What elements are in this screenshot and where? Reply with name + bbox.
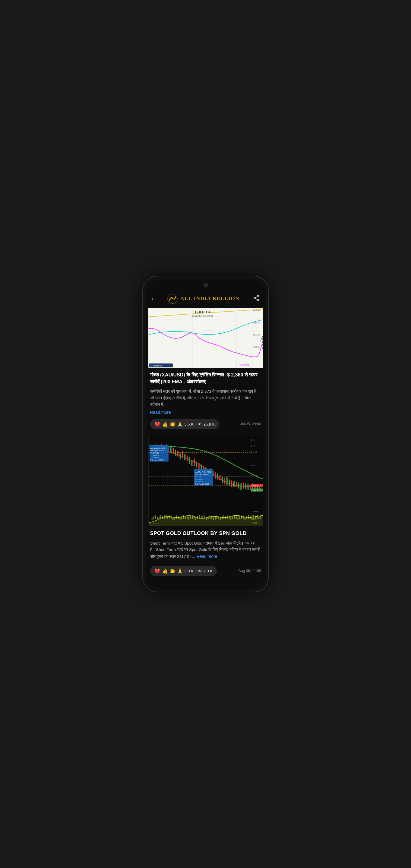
svg-rect-63 (198, 463, 199, 470)
app-logo-icon (167, 293, 178, 304)
svg-rect-81 (240, 484, 241, 490)
svg-rect-141 (192, 515, 193, 519)
svg-text:2,405.86: 2,405.86 (251, 475, 258, 477)
svg-rect-173 (248, 515, 249, 519)
svg-rect-120 (155, 516, 156, 519)
svg-text:2,440: 2,440 (251, 445, 256, 447)
thumbsup-emoji-2: 👍 (162, 568, 168, 574)
svg-rect-58 (187, 456, 188, 461)
phone-screen: ‹ ALL INDIA BULLION (146, 279, 265, 588)
svg-rect-148 (204, 516, 205, 519)
svg-rect-170 (243, 516, 244, 519)
svg-rect-119 (153, 516, 154, 519)
svg-rect-178 (257, 515, 258, 519)
svg-text:T1: 2448: T1: 2448 (195, 476, 201, 478)
post-1-chart: GOLD, H4 Signal for July 23-29 Oversold … (148, 308, 263, 368)
svg-rect-151 (209, 516, 210, 519)
svg-rect-149 (206, 517, 207, 520)
svg-rect-74 (224, 478, 225, 484)
svg-rect-152 (211, 516, 212, 519)
post-1-footer: ❤️ 👍 👏 🙏 5.5 K 👁 25.8 K Jul 25, 23:00 (146, 417, 265, 433)
svg-text:1,000.00: 1,000.00 (252, 511, 258, 513)
svg-text:T3: 2341.45: T3: 2341.45 (150, 457, 158, 458)
pray-emoji-2: 🙏 (177, 568, 183, 574)
svg-rect-168 (239, 516, 240, 519)
svg-rect-174 (250, 516, 251, 519)
heart-emoji: ❤️ (154, 421, 160, 427)
svg-line-4 (256, 299, 257, 300)
thumbsup-emoji: 👍 (162, 421, 168, 427)
post-1-title: गोल्ड (XAU/USD) के लिए ट्रेडिंग सिग्नल: … (150, 372, 261, 385)
svg-text:2,481.28: 2,481.28 (252, 485, 258, 487)
svg-rect-140 (190, 516, 191, 519)
svg-rect-144 (197, 516, 198, 519)
post-2-date: Aug 06, 11:09 (238, 569, 261, 573)
svg-rect-56 (182, 451, 183, 458)
svg-rect-60 (191, 460, 193, 466)
svg-rect-52 (173, 448, 174, 453)
svg-text:GOLD, H4: GOLD, H4 (195, 310, 210, 314)
svg-text:2,397.19: 2,397.19 (252, 490, 258, 491)
svg-rect-128 (169, 516, 170, 518)
post-1-view-count: 25.8 K (204, 422, 215, 427)
svg-text:T1: 2475.27: T1: 2475.27 (150, 452, 158, 454)
post-2-title: SPOT GOLD OUTLOOK BY SPN GOLD (150, 530, 261, 537)
clap-emoji-2: 👏 (170, 568, 176, 574)
svg-rect-134 (179, 517, 180, 520)
svg-rect-129 (171, 516, 172, 519)
svg-rect-133 (178, 516, 178, 519)
svg-text:TradingView: TradingView (149, 523, 159, 525)
svg-rect-166 (235, 516, 236, 519)
svg-text:Signal for July 23-29: Signal for July 23-29 (192, 315, 213, 317)
svg-rect-158 (222, 516, 223, 519)
svg-rect-118 (151, 518, 152, 520)
post-1-reactions[interactable]: ❤️ 👍 👏 🙏 5.5 K 👁 25.8 K (150, 419, 219, 429)
view-icon-1: 👁 (198, 422, 202, 427)
svg-rect-155 (216, 516, 217, 519)
svg-rect-79 (235, 482, 237, 487)
post-2-read-more[interactable]: Read more (196, 554, 217, 559)
svg-text:DNL: Aug 02, 05:00: DNL: Aug 02, 05:00 (150, 459, 164, 461)
svg-rect-145 (199, 515, 200, 519)
svg-rect-59 (189, 457, 190, 464)
svg-text:T2: 2497.23: T2: 2497.23 (150, 454, 158, 456)
svg-text:200.00: 200.00 (252, 522, 257, 524)
content-scroll[interactable]: GOLD, H4 Signal for July 23-29 Oversold … (146, 308, 265, 588)
svg-rect-72 (219, 475, 221, 480)
svg-line-5 (256, 297, 257, 298)
view-icon-2: 👁 (198, 568, 202, 574)
back-button[interactable]: ‹ (151, 295, 153, 303)
svg-rect-138 (187, 516, 187, 519)
post-1-excerpt: अमेरिकी सत्र की शुरुआत में, सोना 2,373 क… (150, 388, 261, 408)
phone-frame: ‹ ALL INDIA BULLION (142, 276, 269, 592)
svg-text:2286.00: 2286.00 (253, 346, 260, 348)
svg-rect-125 (164, 516, 165, 519)
post-2-reactions[interactable]: ❤️ 👍 👏 🙏 2.0 K 👁 7.3 K (150, 566, 217, 576)
svg-rect-54 (177, 451, 178, 457)
post-2-excerpt: Short Term चार्ट पर, Spot Gold वर्तमान म… (150, 540, 261, 560)
status-bar (146, 279, 265, 290)
svg-rect-130 (173, 518, 173, 520)
svg-rect-164 (232, 516, 233, 519)
camera-notch (204, 283, 208, 287)
svg-rect-127 (167, 516, 168, 519)
post-2-chart: Last Max Profit: 1.71 Stop Price: 2440.9… (148, 436, 263, 526)
post-1: GOLD, H4 Signal for July 23-29 Oversold … (146, 308, 265, 433)
share-button[interactable] (253, 295, 260, 303)
svg-text:Stop Price: 2440.98: Stop Price: 2440.98 (150, 450, 164, 452)
svg-rect-122 (158, 516, 159, 519)
svg-rect-61 (194, 458, 195, 466)
svg-rect-142 (194, 516, 195, 519)
svg-rect-137 (185, 516, 186, 519)
svg-rect-171 (244, 517, 245, 520)
svg-text:2329.89: 2329.89 (253, 310, 260, 312)
header-title: ALL INDIA BULLION (180, 296, 239, 302)
svg-rect-83 (245, 484, 246, 489)
svg-text:T3: 2480.36: T3: 2480.36 (195, 481, 203, 483)
logo-title-group: ALL INDIA BULLION (167, 293, 239, 304)
post-1-date: Jul 25, 23:00 (240, 422, 261, 426)
svg-rect-132 (176, 516, 177, 519)
post-1-read-more[interactable]: Read more (150, 410, 171, 415)
svg-text:Oversold: Oversold (239, 364, 249, 366)
svg-text:⬡ instaforex: ⬡ instaforex (150, 365, 162, 367)
